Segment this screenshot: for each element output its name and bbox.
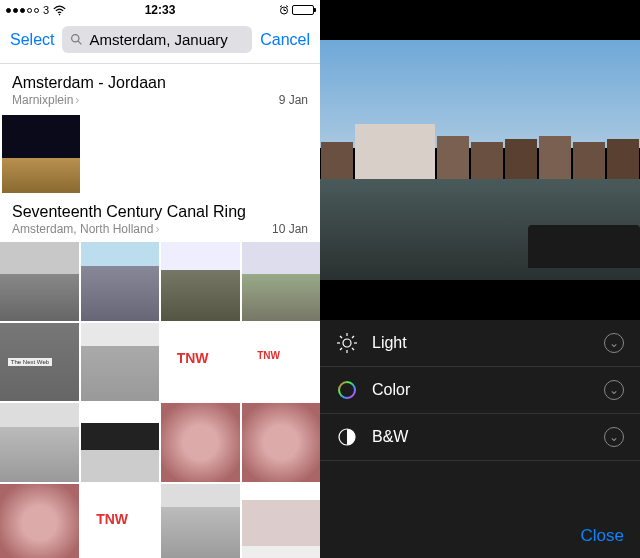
search-field[interactable]: Amsterdam, January: [62, 26, 252, 53]
alarm-icon: [279, 5, 289, 15]
adjust-label: Light: [372, 334, 590, 352]
photo-thumbnail[interactable]: [161, 403, 240, 482]
photo-thumbnail[interactable]: [0, 323, 79, 402]
brightness-icon: [336, 332, 358, 354]
adjust-row-light[interactable]: Light ⌄: [320, 320, 640, 367]
section-title: Seventeenth Century Canal Ring: [12, 203, 246, 221]
chevron-down-icon[interactable]: ⌄: [604, 427, 624, 447]
photos-search-screen: 3 12:33 Select Amsterdam, January Cancel…: [0, 0, 320, 558]
battery-icon: [292, 5, 314, 15]
photo-preview[interactable]: [320, 0, 640, 320]
svg-line-3: [79, 41, 82, 44]
search-input[interactable]: Amsterdam, January: [89, 31, 227, 48]
photo-thumbnail[interactable]: [2, 115, 80, 193]
svg-line-10: [352, 348, 354, 350]
svg-line-9: [340, 336, 342, 338]
photo-thumbnail[interactable]: [0, 403, 79, 482]
photo-thumbnail[interactable]: [0, 242, 79, 321]
chevron-down-icon[interactable]: ⌄: [604, 333, 624, 353]
section-subtitle: Amsterdam, North Holland ›: [12, 222, 246, 236]
select-button[interactable]: Select: [8, 31, 56, 49]
photo-thumbnail[interactable]: [242, 403, 321, 482]
photo-edit-screen: Light ⌄ Color ⌄ B&W ⌄ Close: [320, 0, 640, 558]
photo-thumbnail[interactable]: [81, 484, 160, 559]
section-header[interactable]: Seventeenth Century Canal Ring Amsterdam…: [0, 193, 320, 240]
adjustments-list: Light ⌄ Color ⌄ B&W ⌄ Close: [320, 320, 640, 558]
bw-contrast-icon: [336, 426, 358, 448]
svg-point-2: [72, 35, 79, 42]
status-left: 3: [6, 4, 66, 17]
photo-thumbnail[interactable]: [81, 242, 160, 321]
adjust-label: Color: [372, 381, 590, 399]
photo-grid: [0, 240, 320, 558]
section-subtitle: Marnixplein ›: [12, 93, 166, 107]
adjust-label: B&W: [372, 428, 590, 446]
chevron-down-icon[interactable]: ⌄: [604, 380, 624, 400]
svg-line-12: [352, 336, 354, 338]
photo-thumbnail[interactable]: [81, 403, 160, 482]
svg-point-4: [343, 339, 351, 347]
close-button[interactable]: Close: [581, 526, 624, 546]
svg-point-0: [59, 13, 61, 15]
svg-line-11: [340, 348, 342, 350]
photo-thumbnail[interactable]: [242, 323, 321, 402]
carrier-label: 3: [43, 4, 49, 16]
chevron-right-icon: ›: [75, 93, 79, 107]
wifi-icon: [53, 4, 66, 17]
section-header[interactable]: Amsterdam - Jordaan Marnixplein › 9 Jan: [0, 64, 320, 111]
search-toolbar: Select Amsterdam, January Cancel: [0, 20, 320, 64]
adjust-row-color[interactable]: Color ⌄: [320, 367, 640, 414]
color-ring-icon: [336, 379, 358, 401]
status-right: [279, 5, 314, 15]
section-title: Amsterdam - Jordaan: [12, 74, 166, 92]
adjust-row-bw[interactable]: B&W ⌄: [320, 414, 640, 461]
chevron-right-icon: ›: [155, 222, 159, 236]
signal-dots-icon: [6, 8, 39, 13]
status-bar: 3 12:33: [0, 0, 320, 20]
photo-thumbnail[interactable]: [242, 242, 321, 321]
photo-thumbnail[interactable]: [81, 323, 160, 402]
photo-thumbnail[interactable]: [161, 323, 240, 402]
search-icon: [70, 33, 83, 46]
svg-point-13: [339, 382, 355, 398]
cancel-button[interactable]: Cancel: [258, 31, 312, 49]
photo-thumbnail[interactable]: [242, 484, 321, 559]
section-date: 9 Jan: [279, 93, 308, 107]
photo-thumbnail[interactable]: [161, 484, 240, 559]
photo-thumbnail[interactable]: [161, 242, 240, 321]
close-row: Close: [320, 514, 640, 558]
photo-thumbnail[interactable]: [0, 484, 79, 559]
section-date: 10 Jan: [272, 222, 308, 236]
